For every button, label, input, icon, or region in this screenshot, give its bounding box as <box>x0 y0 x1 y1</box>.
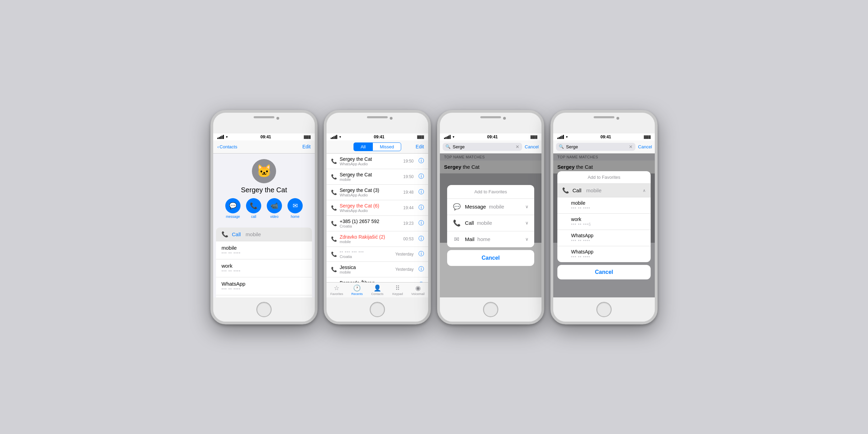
recent-info-0: Sergey the Cat WhatsApp Audio <box>340 156 400 166</box>
modal-item-message[interactable]: 💬 Message mobile ∨ <box>447 199 535 215</box>
wifi2: ▾ <box>339 135 341 139</box>
search-icon4: 🔍 <box>559 144 564 149</box>
whatsapp-option-1[interactable]: WhatsApp ••• •• •••• <box>216 277 312 295</box>
time: 09:41 <box>261 135 271 139</box>
home-icon: ✉ <box>287 198 303 213</box>
modal-item-mail[interactable]: ✉ Mail home ∨ <box>447 231 535 247</box>
mobile-number: ••• •• •••• <box>221 251 240 256</box>
fav-sheet4: Add to Favorites 📞 Call mobile ∧ mobile … <box>557 171 651 262</box>
home-button2[interactable] <box>370 302 385 317</box>
recent-3[interactable]: 📞 Sergey the Cat (6) WhatsApp Audio 19:4… <box>327 200 428 216</box>
call-icon-2: 📞 <box>331 190 337 195</box>
home-button4[interactable] <box>596 302 612 317</box>
recent-name-3: Sergey the Cat (6) <box>340 203 400 209</box>
nav-bar: ‹ Contacts Edit <box>213 140 315 154</box>
b2 <box>332 137 333 139</box>
recent-5[interactable]: 📞 Zdravko Rakijašić (2) mobile 00:53 ⓘ <box>327 231 428 247</box>
home-button3[interactable] <box>483 302 498 317</box>
info-btn-2[interactable]: ⓘ <box>418 188 424 196</box>
search-cancel4[interactable]: Cancel <box>638 144 652 149</box>
modal-title3: Add to Favorites <box>447 185 535 199</box>
tab-recents[interactable]: 🕐 Recents <box>347 283 367 297</box>
recent-time-3: 19:44 <box>403 205 414 210</box>
status-bar3: ▾ 09:41 ▓▓▓ <box>440 133 541 140</box>
recent-8[interactable]: 📞 Bernarda Žibreg mobile Yesterday ⓘ <box>327 277 428 282</box>
search-text3: Serge <box>453 144 513 149</box>
search-input-wrap4[interactable]: 🔍 Serge ✕ <box>556 143 635 151</box>
search-clear3[interactable]: ✕ <box>516 144 519 149</box>
fav-whatsapp1[interactable]: WhatsApp ••• •• •••• <box>557 230 651 246</box>
fav-work[interactable]: work ••• •• •••6 <box>557 214 651 230</box>
favorites-icon: ☆ <box>334 284 339 292</box>
info-btn-7[interactable]: ⓘ <box>418 266 424 273</box>
search-icon3: 🔍 <box>445 144 451 149</box>
recent-0[interactable]: 📞 Sergey the Cat WhatsApp Audio 19:50 ⓘ <box>327 154 428 169</box>
modal-cancel3[interactable]: Cancel <box>447 250 535 266</box>
recent-6[interactable]: 📞 •• ••• ••• ••• Croatia Yesterday ⓘ <box>327 247 428 262</box>
back-label[interactable]: Contacts <box>219 144 237 149</box>
t5 <box>563 135 564 139</box>
recent-4[interactable]: 📞 +385 (1) 2657 592 Croatia 19:23 ⓘ <box>327 216 428 231</box>
recent-type-2: WhatsApp Audio <box>340 193 400 197</box>
fav-call-row[interactable]: 📞 Call mobile ∧ <box>557 184 651 197</box>
home-action[interactable]: ✉ home <box>287 198 303 219</box>
phone-icon-fav: 📞 <box>562 187 569 194</box>
search-cancel3[interactable]: Cancel <box>525 144 539 149</box>
phone3-top <box>440 113 541 133</box>
call-icon: 📞 <box>246 198 261 213</box>
recent-info-6: •• ••• ••• ••• Croatia <box>340 250 393 259</box>
nav-back[interactable]: ‹ Contacts <box>217 144 237 149</box>
missed-segment[interactable]: Missed <box>372 142 401 151</box>
phone1-bottom <box>213 297 315 322</box>
video-action[interactable]: 📹 video <box>267 198 282 219</box>
segment-bar: All Missed Edit <box>327 140 428 154</box>
recent-name-6: •• ••• ••• ••• <box>340 250 393 255</box>
search-input-wrap3[interactable]: 🔍 Serge ✕ <box>443 143 522 151</box>
recent-1[interactable]: 📞 Sergey the Cat mobile 19:50 ⓘ <box>327 169 428 185</box>
camera <box>276 117 279 120</box>
fav-cancel4[interactable]: Cancel <box>557 265 651 279</box>
all-segment[interactable]: All <box>353 142 372 151</box>
status-bar: ▾ 09:41 ▓▓▓ <box>213 133 315 140</box>
recent-info-1: Sergey the Cat mobile <box>340 172 400 182</box>
fav-whatsapp2[interactable]: WhatsApp ••• •• •••• <box>557 246 651 262</box>
info-btn-3[interactable]: ⓘ <box>418 204 424 211</box>
info-btn-6[interactable]: ⓘ <box>418 250 424 258</box>
modal-item-call[interactable]: 📞 Call mobile ∨ <box>447 215 535 231</box>
camera4 <box>616 117 619 120</box>
recent-info-7: Jessica mobile <box>340 265 393 274</box>
recent-info-4: +385 (1) 2657 592 Croatia <box>340 219 400 228</box>
recent-name-0: Sergey the Cat <box>340 156 400 162</box>
edit-button[interactable]: Edit <box>302 144 311 149</box>
search-bar3: 🔍 Serge ✕ Cancel <box>440 140 541 154</box>
recents-label: Recents <box>351 292 363 296</box>
info-btn-1[interactable]: ⓘ <box>418 173 424 180</box>
avatar: 🐱 <box>252 159 276 183</box>
fav-work-label: work <box>571 216 646 222</box>
mobile-option[interactable]: mobile ••• •• •••• <box>216 241 312 259</box>
recent-7[interactable]: 📞 Jessica mobile Yesterday ⓘ <box>327 262 428 277</box>
recent-2[interactable]: 📞 Sergey the Cat (3) WhatsApp Audio 19:4… <box>327 185 428 200</box>
work-option[interactable]: work ••• •• •••• <box>216 259 312 277</box>
tab-voicemail[interactable]: ◉ Voicemail <box>408 283 428 297</box>
phone1-top <box>213 113 315 133</box>
edit-recents[interactable]: Edit <box>414 144 424 149</box>
tab-contacts[interactable]: 👤 Contacts <box>367 283 388 297</box>
wifi4: ▾ <box>566 135 568 139</box>
info-btn-5[interactable]: ⓘ <box>418 235 424 242</box>
call-mobile-item[interactable]: 📞 Call mobile <box>216 228 312 241</box>
b3 <box>333 136 334 139</box>
info-btn-0[interactable]: ⓘ <box>418 157 424 165</box>
tab-keypad[interactable]: ⠿ Keypad <box>387 283 408 297</box>
home-button[interactable] <box>256 302 272 317</box>
tab-favorites[interactable]: ☆ Favorites <box>327 283 347 297</box>
search-clear4[interactable]: ✕ <box>629 144 633 149</box>
speaker4 <box>594 116 614 118</box>
info-btn-4[interactable]: ⓘ <box>418 220 424 227</box>
call-action[interactable]: 📞 call <box>246 198 261 219</box>
phone2-top <box>327 113 428 133</box>
message-action[interactable]: 💬 message <box>225 198 240 219</box>
fav-mobile[interactable]: mobile ••• •• •••• <box>557 197 651 214</box>
segment-control: All Missed <box>353 142 402 151</box>
camera3 <box>503 117 506 120</box>
